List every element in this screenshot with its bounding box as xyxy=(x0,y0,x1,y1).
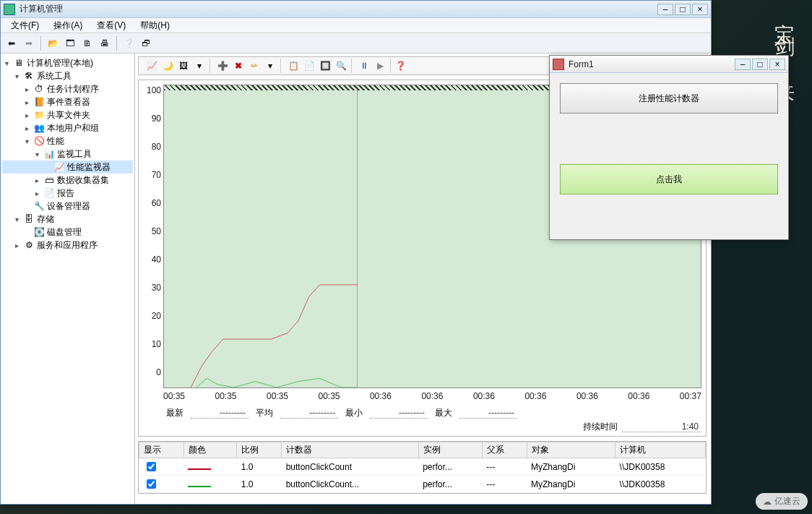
form1-maximize-button[interactable]: □ xyxy=(752,59,768,70)
tree-item[interactable]: ▾🚫性能 xyxy=(2,134,133,147)
x-axis-labels: 00:3500:3500:3500:3500:3600:3600:3600:36… xyxy=(163,391,701,401)
cloud-icon: ☁ xyxy=(763,497,772,507)
maximize-button[interactable]: □ xyxy=(675,4,691,15)
add-counter-button[interactable]: ➕ xyxy=(215,59,230,73)
tree-item[interactable]: ▸📁共享文件夹 xyxy=(2,108,133,121)
clipboard-group: 📋 📄 🔲 🔍 xyxy=(283,59,352,73)
expander-icon[interactable]: ▸ xyxy=(33,176,41,184)
tree-item[interactable]: ▸🗃数据收集器集 xyxy=(2,174,133,187)
tree-label: 数据收集器集 xyxy=(57,174,109,187)
view-dropdown-button[interactable]: ▾ xyxy=(192,59,207,73)
expander-icon[interactable]: ▸ xyxy=(22,98,31,106)
actions-pane-button[interactable]: 🗗 xyxy=(138,35,154,51)
tree-label: 磁盘管理 xyxy=(47,226,82,239)
x-tick: 00:36 xyxy=(576,391,598,401)
scale-cell: 1.0 xyxy=(237,476,282,493)
expander-icon[interactable]: ▾ xyxy=(12,72,21,80)
form1-minimize-button[interactable]: – xyxy=(735,59,751,70)
help-button[interactable]: ❔ xyxy=(121,35,137,51)
expander-icon[interactable]: ▸ xyxy=(22,85,31,93)
tree-label: 性能监视器 xyxy=(67,161,111,174)
counter-row[interactable]: 1.0 buttonClickCount... perfor... --- My… xyxy=(139,476,706,493)
perfmon-help-button[interactable]: ❓ xyxy=(393,59,407,73)
computer-icon: 🖥 xyxy=(13,57,25,69)
col-show[interactable]: 显示 xyxy=(139,442,184,458)
titlebar[interactable]: 计算机管理 – □ × xyxy=(1,1,711,18)
x-tick: 00:36 xyxy=(370,391,392,401)
export-button[interactable]: 🖶 xyxy=(97,35,113,51)
properties-button[interactable]: 🗎 xyxy=(79,35,95,51)
tree-item[interactable]: 📈性能监视器 xyxy=(2,160,133,174)
col-parent[interactable]: 父系 xyxy=(482,442,527,458)
tree-item[interactable]: ▸📄报告 xyxy=(2,187,133,200)
tree-icon: 🛠 xyxy=(23,70,35,82)
tree-item[interactable]: ▾🗄存储 xyxy=(2,213,133,226)
watermark: ☁ 亿速云 xyxy=(756,493,808,510)
tree-item[interactable]: ▾📊监视工具 xyxy=(2,147,133,160)
expander-icon[interactable]: ▾ xyxy=(12,215,21,223)
back-button[interactable]: ⬅ xyxy=(4,35,20,51)
minimize-button[interactable]: – xyxy=(657,4,673,15)
col-object[interactable]: 对象 xyxy=(527,442,616,458)
paste-button[interactable]: 📄 xyxy=(302,59,316,73)
tree-item[interactable]: 💽磁盘管理 xyxy=(2,226,133,239)
expander-icon[interactable]: ▾ xyxy=(2,59,11,67)
register-counter-button[interactable]: 注册性能计数器 xyxy=(560,83,778,113)
highlight-button[interactable]: ✏ xyxy=(247,59,262,73)
forward-button[interactable]: ➡ xyxy=(21,35,37,51)
tree-item[interactable]: 🔧设备管理器 xyxy=(2,200,133,213)
col-computer[interactable]: 计算机 xyxy=(616,442,706,458)
freeze-button[interactable]: ⏸ xyxy=(357,59,371,73)
expander-icon[interactable]: ▸ xyxy=(33,189,41,197)
col-scale[interactable]: 比例 xyxy=(237,442,282,458)
menu-help[interactable]: 帮助(H) xyxy=(133,18,177,33)
zoom-button[interactable]: 🔍 xyxy=(334,59,348,73)
tree-item[interactable]: ▸👥本地用户和组 xyxy=(2,121,133,134)
tree-item[interactable]: ▸⏱任务计划程序 xyxy=(2,82,133,95)
up-button[interactable]: 📂 xyxy=(45,35,61,51)
expander-icon[interactable]: ▾ xyxy=(33,150,41,158)
col-color[interactable]: 颜色 xyxy=(183,442,237,458)
form1-close-button[interactable]: × xyxy=(769,59,785,70)
tree-item[interactable]: ▸⚙服务和应用程序 xyxy=(2,239,133,252)
copy-button[interactable]: 📋 xyxy=(286,59,301,73)
line-view-button[interactable]: 📈 xyxy=(144,59,159,73)
tree-root[interactable]: ▾ 🖥 计算机管理(本地) xyxy=(2,56,133,69)
expander-icon[interactable]: ▸ xyxy=(22,124,31,132)
parent-cell: --- xyxy=(482,476,527,493)
edit-dropdown-button[interactable]: ▾ xyxy=(263,59,277,73)
parent-cell: --- xyxy=(482,458,527,476)
show-checkbox[interactable] xyxy=(147,479,156,489)
y-tick: 30 xyxy=(142,283,161,293)
close-button[interactable]: × xyxy=(692,4,708,15)
col-instance[interactable]: 实例 xyxy=(418,442,482,458)
counter-row[interactable]: 1.0 buttonClickCount perfor... --- MyZha… xyxy=(139,458,706,476)
tree-label: 系统工具 xyxy=(37,70,72,82)
properties-button[interactable]: 🔲 xyxy=(318,59,332,73)
menu-action[interactable]: 操作(A) xyxy=(46,18,90,33)
expander-icon[interactable]: ▸ xyxy=(12,241,21,249)
col-counter[interactable]: 计数器 xyxy=(282,442,418,458)
chart-stats: 最新 --------- 平均 --------- 最小 --------- 最… xyxy=(163,407,701,419)
show-hide-tree-button[interactable]: 🗔 xyxy=(62,35,78,51)
y-tick: 10 xyxy=(142,339,161,349)
navigation-tree[interactable]: ▾ 🖥 计算机管理(本地) ▾🛠系统工具▸⏱任务计划程序▸📙事件查看器▸📁共享文… xyxy=(1,53,135,504)
click-me-button[interactable]: 点击我 xyxy=(560,164,778,194)
histogram-view-button[interactable]: 🌙 xyxy=(160,59,175,73)
delete-counter-button[interactable]: ✖ xyxy=(231,59,246,73)
app-icon xyxy=(4,4,15,15)
form1-titlebar[interactable]: Form1 – □ × xyxy=(550,56,788,73)
show-checkbox[interactable] xyxy=(147,462,156,471)
report-view-button[interactable]: 🖼 xyxy=(176,59,191,73)
menu-view[interactable]: 查看(V) xyxy=(90,18,133,33)
tree-item[interactable]: ▾🛠系统工具 xyxy=(2,69,133,82)
expander-icon[interactable]: ▸ xyxy=(22,111,31,119)
avg-value: --------- xyxy=(280,408,338,419)
menu-file[interactable]: 文件(F) xyxy=(4,18,46,33)
expander-icon[interactable]: ▾ xyxy=(22,137,31,145)
max-label: 最大 xyxy=(432,407,455,419)
tree-label: 事件查看器 xyxy=(47,96,90,108)
counter-list[interactable]: 显示 颜色 比例 计数器 实例 父系 对象 计算机 1.0 buttonClic… xyxy=(138,441,707,494)
update-button[interactable]: ▶ xyxy=(373,59,387,73)
tree-item[interactable]: ▸📙事件查看器 xyxy=(2,95,133,108)
